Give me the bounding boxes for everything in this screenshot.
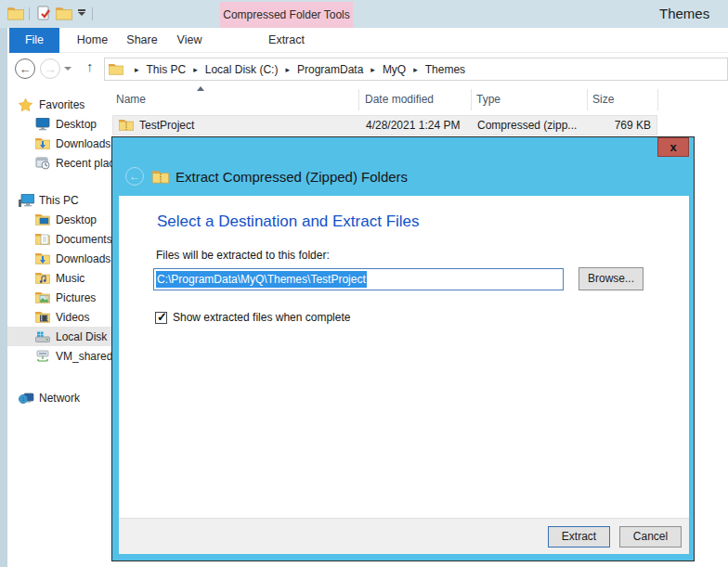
sidebar-item-label: Downloads bbox=[56, 137, 110, 150]
sidebar-group-label: Favorites bbox=[39, 98, 84, 111]
file-size: 769 KB bbox=[588, 116, 651, 135]
divider bbox=[29, 7, 30, 20]
divider[interactable] bbox=[657, 89, 658, 110]
breadcrumb-programdata[interactable]: ProgramData bbox=[295, 63, 365, 76]
sidebar-item-label: Documents bbox=[56, 233, 112, 246]
desktop-folder-icon bbox=[35, 213, 52, 226]
column-header-date-modified[interactable]: Date modified bbox=[365, 89, 434, 110]
sidebar-group-this-pc[interactable]: This PC bbox=[7, 190, 128, 210]
breadcrumb-local-disk[interactable]: Local Disk (C:) bbox=[203, 63, 280, 76]
tab-view[interactable]: View bbox=[166, 28, 213, 53]
divider[interactable] bbox=[471, 89, 472, 110]
videos-folder-icon bbox=[35, 311, 52, 323]
folder-download-icon bbox=[35, 137, 52, 149]
sidebar-item-pictures[interactable]: Pictures bbox=[7, 288, 128, 307]
divider bbox=[7, 366, 128, 388]
tab-extract[interactable]: Extract bbox=[220, 28, 353, 53]
column-header-size[interactable]: Size bbox=[592, 89, 614, 110]
sidebar-item-label: VM_shared bbox=[56, 350, 112, 363]
forward-button[interactable]: → bbox=[40, 58, 60, 79]
browse-button[interactable]: Browse... bbox=[578, 267, 644, 290]
breadcrumb-separator-icon bbox=[188, 65, 203, 74]
dialog-title: Extract Compressed (Zipped) Folders bbox=[176, 169, 408, 185]
history-caret-icon[interactable] bbox=[64, 67, 72, 71]
divider bbox=[7, 173, 128, 190]
local-disk-icon bbox=[35, 330, 52, 342]
breadcrumb-separator-icon bbox=[365, 65, 381, 74]
qat-customize-caret-icon[interactable] bbox=[78, 12, 85, 16]
extract-dialog: x ← Extract Compressed (Zipped) Folders … bbox=[111, 136, 695, 561]
dialog-titlebar: ← Extract Compressed (Zipped) Folders bbox=[125, 165, 408, 187]
checkbox-checked-icon[interactable] bbox=[155, 312, 167, 324]
tab-home[interactable]: Home bbox=[67, 28, 118, 53]
navigation-pane: Favorites Desktop Downloads Recent place… bbox=[7, 85, 128, 407]
up-button[interactable]: ↑ bbox=[86, 58, 94, 74]
sidebar-item-desktop-pc[interactable]: Desktop bbox=[7, 210, 128, 229]
sidebar-group-network[interactable]: Network bbox=[7, 388, 128, 407]
column-header-type[interactable]: Type bbox=[476, 89, 500, 110]
checkbox-label: Show extracted files when complete bbox=[173, 311, 350, 324]
breadcrumb-themes[interactable]: Themes bbox=[423, 63, 467, 76]
sidebar-item-label: Downloads bbox=[56, 252, 110, 265]
dialog-body: Select a Destination and Extract Files F… bbox=[119, 196, 689, 520]
folder-download-icon bbox=[35, 252, 52, 264]
sidebar-item-label: Desktop bbox=[56, 118, 97, 131]
show-files-checkbox-row[interactable]: Show extracted files when complete bbox=[155, 311, 350, 324]
divider bbox=[92, 7, 93, 20]
window-titlebar: Compressed Folder Tools Themes bbox=[0, 0, 728, 28]
sidebar-item-downloads[interactable]: Downloads bbox=[7, 134, 128, 153]
file-date-modified: 4/28/2021 1:24 PM bbox=[366, 116, 460, 135]
sidebar-item-label: Desktop bbox=[56, 213, 97, 226]
qat-properties-icon[interactable] bbox=[36, 6, 52, 25]
file-name: TestProject bbox=[139, 116, 194, 135]
contextual-tab-group: Compressed Folder Tools bbox=[220, 2, 353, 28]
sidebar-item-label: Videos bbox=[56, 311, 89, 324]
star-icon bbox=[19, 98, 35, 111]
app-folder-icon bbox=[7, 6, 24, 24]
breadcrumb-separator-icon bbox=[408, 65, 423, 74]
network-drive-icon bbox=[35, 350, 52, 363]
zip-folder-icon bbox=[152, 170, 169, 184]
sidebar-item-label: Pictures bbox=[56, 291, 96, 304]
monitor-icon bbox=[35, 118, 52, 131]
column-header-name[interactable]: Name bbox=[116, 89, 146, 110]
close-button[interactable]: x bbox=[657, 137, 689, 157]
breadcrumb-myq[interactable]: MyQ bbox=[381, 63, 408, 76]
back-button[interactable]: ← bbox=[15, 58, 35, 79]
ribbon-tab-bar: File Home Share View Extract bbox=[0, 28, 728, 53]
computer-icon bbox=[19, 194, 35, 207]
sidebar-item-music[interactable]: Music bbox=[7, 268, 128, 288]
destination-path-input[interactable]: C:\ProgramData\MyQ\Themes\TestProject bbox=[153, 268, 564, 290]
sidebar-item-videos[interactable]: Videos bbox=[7, 307, 128, 327]
sidebar-item-vm-shared[interactable]: VM_shared bbox=[7, 346, 128, 366]
sidebar-group-label: Network bbox=[39, 392, 80, 405]
dialog-footer: Extract Cancel bbox=[119, 518, 689, 554]
divider[interactable] bbox=[358, 89, 359, 110]
divider[interactable] bbox=[587, 89, 588, 110]
tab-share[interactable]: Share bbox=[118, 28, 166, 53]
sidebar-item-documents[interactable]: Documents bbox=[7, 229, 128, 249]
sidebar-item-desktop[interactable]: Desktop bbox=[7, 114, 128, 134]
table-row[interactable]: TestProject 4/28/2021 1:24 PM Compressed… bbox=[112, 115, 657, 135]
address-bar[interactable]: This PC Local Disk (C:) ProgramData MyQ … bbox=[104, 58, 728, 81]
sort-ascending-icon bbox=[197, 86, 204, 91]
breadcrumb-separator-icon bbox=[280, 65, 295, 74]
destination-label: Files will be extracted to this folder: bbox=[156, 249, 330, 262]
sidebar-item-local-disk[interactable]: Local Disk bbox=[7, 327, 128, 346]
window-title: Themes bbox=[659, 0, 709, 28]
tab-file[interactable]: File bbox=[9, 28, 59, 53]
sidebar-group-favorites[interactable]: Favorites bbox=[7, 95, 128, 114]
dialog-heading: Select a Destination and Extract Files bbox=[157, 213, 420, 231]
sidebar-item-label: Music bbox=[56, 272, 84, 285]
sidebar-item-recent-places[interactable]: Recent places bbox=[7, 153, 128, 173]
column-header-row: Name Date modified Type Size bbox=[111, 89, 728, 110]
qat-new-folder-icon[interactable] bbox=[56, 6, 72, 24]
extract-button[interactable]: Extract bbox=[548, 526, 610, 548]
breadcrumb-separator-icon bbox=[129, 65, 145, 74]
window-border bbox=[0, 28, 7, 567]
breadcrumb-this-pc[interactable]: This PC bbox=[145, 63, 188, 76]
sidebar-group-label: This PC bbox=[39, 194, 79, 207]
cancel-button[interactable]: Cancel bbox=[619, 526, 682, 548]
sidebar-item-downloads-pc[interactable]: Downloads bbox=[7, 249, 128, 268]
zip-folder-icon bbox=[119, 119, 136, 131]
